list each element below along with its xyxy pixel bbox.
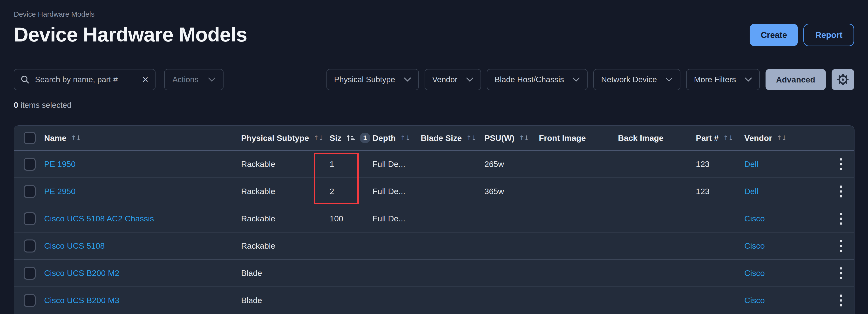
column-header-physical-subtype[interactable]: Physical Subtype ↑↓ [241, 133, 330, 143]
sort-icon[interactable]: ↑↓ [776, 134, 786, 142]
sort-icon[interactable]: ↑↓ [313, 134, 323, 142]
filter-vendor[interactable]: Vendor [425, 69, 481, 90]
column-header-blade-size[interactable]: Blade Size ↑↓ [421, 133, 485, 143]
column-label: Back Image [618, 133, 663, 143]
column-label: Siz [330, 133, 341, 143]
search-box[interactable]: ✕ [14, 69, 156, 90]
filter-blade-host-chassis[interactable]: Blade Host/Chassis [487, 69, 588, 90]
sort-ascending-icon[interactable] [346, 134, 355, 142]
device-table-card: Name ↑↓ Physical Subtype ↑↓ Siz 1 [14, 125, 855, 314]
row-menu-kebab-icon[interactable] [837, 292, 845, 309]
cell-psu: 265w [485, 159, 539, 169]
filter-label: Vendor [432, 75, 458, 84]
cell-size: 1 [330, 159, 373, 169]
clear-search-icon[interactable]: ✕ [142, 75, 149, 85]
table-row: PE 2950 Rackable 2 Full De... 365w 123 D… [14, 178, 854, 205]
device-hardware-models-page: Device Hardware Models Device Hardware M… [0, 0, 868, 314]
cell-psu: 365w [485, 187, 539, 196]
row-checkbox[interactable] [24, 294, 36, 307]
filter-group: Physical Subtype Vendor Blade Host/Chass… [327, 69, 854, 90]
column-label: Part # [696, 133, 719, 143]
row-checkbox[interactable] [24, 267, 36, 280]
row-checkbox[interactable] [24, 158, 36, 171]
cell-depth: Full De... [373, 214, 421, 223]
filter-network-device[interactable]: Network Device [593, 69, 680, 90]
column-header-size[interactable]: Siz 1 [330, 133, 373, 143]
sort-icon[interactable]: ↑↓ [723, 134, 733, 142]
cell-size: 2 [330, 187, 373, 196]
vendor-link[interactable]: Cisco [744, 296, 765, 305]
report-button[interactable]: Report [803, 24, 854, 46]
select-all-checkbox[interactable] [24, 132, 36, 144]
row-menu-kebab-icon[interactable] [837, 265, 845, 282]
column-label: Name [44, 133, 66, 143]
column-label: PSU(W) [485, 133, 515, 143]
search-icon [21, 75, 30, 84]
search-input[interactable] [35, 75, 137, 84]
row-checkbox[interactable] [24, 185, 36, 198]
breadcrumb[interactable]: Device Hardware Models [14, 10, 854, 19]
device-name-link[interactable]: Cisco UCS B200 M3 [44, 296, 119, 305]
chevron-down-icon [404, 77, 411, 82]
create-button[interactable]: Create [750, 24, 798, 46]
chevron-down-icon [208, 77, 215, 82]
column-label: Vendor [744, 133, 772, 143]
filter-physical-subtype[interactable]: Physical Subtype [327, 69, 419, 90]
column-label: Blade Size [421, 133, 462, 143]
sort-icon[interactable]: ↑↓ [466, 134, 476, 142]
row-menu-kebab-icon[interactable] [837, 210, 845, 227]
column-header-name[interactable]: Name ↑↓ [44, 133, 241, 143]
column-header-back-image: Back Image [618, 133, 696, 143]
actions-dropdown[interactable]: Actions [164, 69, 223, 90]
chevron-down-icon [745, 77, 752, 82]
table-row: PE 1950 Rackable 1 Full De... 265w 123 D… [14, 151, 854, 178]
chevron-down-icon [466, 77, 473, 82]
gear-icon [837, 73, 849, 86]
column-header-depth[interactable]: Depth ↑↓ [373, 133, 421, 143]
row-menu-kebab-icon[interactable] [837, 156, 845, 173]
table-header-row: Name ↑↓ Physical Subtype ↑↓ Siz 1 [14, 126, 854, 151]
table-row: Cisco UCS 5108 Rackable Cisco [14, 232, 854, 260]
device-name-link[interactable]: Cisco UCS 5108 AC2 Chassis [44, 214, 154, 223]
settings-button[interactable] [832, 69, 854, 90]
sort-priority-badge: 1 [360, 133, 370, 143]
advanced-button[interactable]: Advanced [766, 69, 826, 90]
column-header-part-number[interactable]: Part # ↑↓ [696, 133, 744, 143]
vendor-link[interactable]: Cisco [744, 214, 765, 223]
sort-icon[interactable]: ↑↓ [71, 134, 81, 142]
sort-icon[interactable]: ↑↓ [400, 134, 410, 142]
cell-physical-subtype: Rackable [241, 159, 330, 169]
selection-summary: 0items selected [14, 100, 854, 110]
selection-count: 0 [14, 100, 18, 109]
row-checkbox[interactable] [24, 240, 36, 252]
device-name-link[interactable]: PE 1950 [44, 159, 75, 168]
device-name-link[interactable]: Cisco UCS B200 M2 [44, 269, 119, 278]
filter-label: Blade Host/Chassis [495, 75, 564, 84]
row-checkbox[interactable] [24, 212, 36, 225]
cell-physical-subtype: Rackable [241, 241, 330, 251]
cell-depth: Full De... [373, 159, 421, 169]
vendor-link[interactable]: Dell [744, 187, 758, 196]
cell-part-number: 123 [696, 187, 744, 196]
filter-label: More Filters [694, 75, 736, 84]
cell-physical-subtype: Blade [241, 269, 330, 278]
cell-size: 100 [330, 214, 373, 223]
filter-label: Network Device [601, 75, 657, 84]
page-title: Device Hardware Models [14, 23, 854, 46]
column-label: Depth [373, 133, 396, 143]
filter-more-filters[interactable]: More Filters [686, 69, 760, 90]
row-menu-kebab-icon[interactable] [837, 183, 845, 200]
device-name-link[interactable]: PE 2950 [44, 187, 75, 196]
column-label: Front Image [539, 133, 586, 143]
vendor-link[interactable]: Cisco [744, 269, 765, 278]
device-name-link[interactable]: Cisco UCS 5108 [44, 241, 105, 250]
table-row: Cisco UCS 5108 AC2 Chassis Rackable 100 … [14, 205, 854, 232]
vendor-link[interactable]: Cisco [744, 241, 765, 250]
cell-physical-subtype: Rackable [241, 214, 330, 223]
row-menu-kebab-icon[interactable] [837, 238, 845, 254]
vendor-link[interactable]: Dell [744, 159, 758, 168]
column-header-psu[interactable]: PSU(W) ↑↓ [485, 133, 539, 143]
sort-icon[interactable]: ↑↓ [519, 134, 529, 142]
column-header-front-image: Front Image [539, 133, 618, 143]
column-header-vendor[interactable]: Vendor ↑↓ [744, 133, 827, 143]
